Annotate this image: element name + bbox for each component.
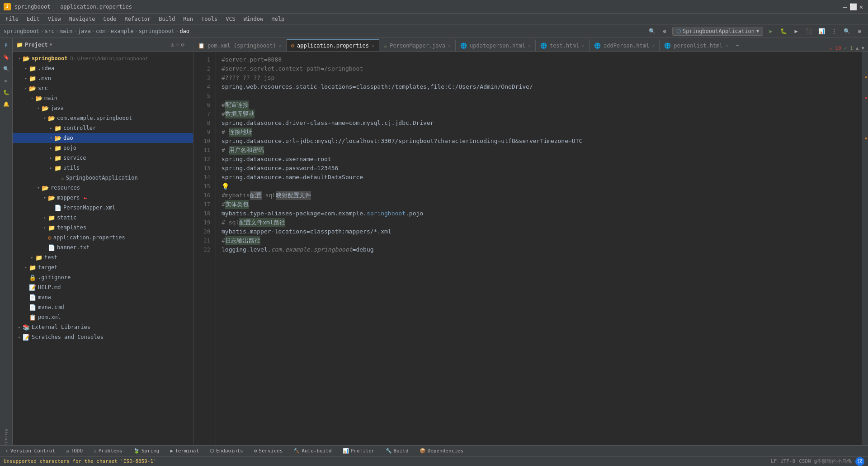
breadcrumb-com[interactable]: com: [96, 28, 106, 34]
services-tab[interactable]: ⚙ Services: [252, 447, 285, 455]
menu-edit[interactable]: Edit: [23, 15, 43, 23]
breadcrumb-src[interactable]: src: [45, 28, 55, 34]
notifications-icon[interactable]: 🔔: [1, 99, 12, 109]
tree-item-service[interactable]: ▸ 📁 service: [13, 153, 193, 163]
menu-code[interactable]: Code: [100, 15, 120, 23]
breadcrumb-java[interactable]: java: [78, 28, 91, 34]
endpoints-tab[interactable]: ⬡ Endpoints: [208, 447, 245, 455]
run-icon[interactable]: ▶: [1, 75, 12, 86]
tree-item-mvnw[interactable]: ▸ 📄 mvnw: [13, 292, 193, 302]
tab-addperson-close[interactable]: ✕: [652, 43, 655, 48]
profile-button[interactable]: 📊: [816, 26, 826, 36]
tab-appprops[interactable]: ⚙ application.properties ✕: [287, 39, 379, 51]
problems-tab[interactable]: ⚠ Problems: [92, 447, 124, 455]
avatar[interactable]: 汉: [855, 457, 864, 466]
breadcrumb-main[interactable]: main: [60, 28, 73, 34]
tree-item-personmapper[interactable]: ▸ 📄 PersonMapper.xml: [13, 203, 193, 213]
tree-item-banner[interactable]: ▸ 📄 banner.txt: [13, 243, 193, 252]
settings-gear[interactable]: ⚙: [854, 26, 864, 36]
structure-icon[interactable]: Structure: [1, 434, 12, 445]
tab-test-close[interactable]: ✕: [582, 43, 585, 48]
project-icon[interactable]: P: [1, 40, 12, 51]
scroll-up-icon[interactable]: ▲: [856, 45, 859, 51]
status-encoding[interactable]: UTF-8: [780, 458, 795, 464]
run-button[interactable]: ▶: [766, 26, 776, 36]
bookmarks-icon[interactable]: 🔖: [1, 52, 12, 62]
search-button[interactable]: 🔍: [842, 26, 852, 36]
tree-item-controller[interactable]: ▸ 📁 controller: [13, 123, 193, 133]
auto-build-tab[interactable]: 🔨 Auto-build: [292, 447, 333, 455]
tree-item-target[interactable]: ▸ 📁 target: [13, 262, 193, 272]
terminal-tab[interactable]: ▶ Terminal: [168, 447, 201, 455]
more-run-actions[interactable]: ⋮: [829, 26, 839, 36]
panel-locate-icon[interactable]: ◎: [171, 42, 174, 48]
tree-item-utils[interactable]: ▸ 📁 utils: [13, 163, 193, 173]
stop-button[interactable]: ⬛: [804, 26, 814, 36]
tree-item-pojo[interactable]: ▸ 📁 pojo: [13, 143, 193, 153]
debug-side-icon[interactable]: 🐛: [1, 87, 12, 98]
tree-item-external-libraries[interactable]: ▸ 📚 External Libraries: [13, 322, 193, 332]
menu-window[interactable]: Window: [240, 15, 267, 23]
tree-item-mvnwcmd[interactable]: ▸ 📄 mvnw.cmd: [13, 302, 193, 312]
profiler-tab[interactable]: 📊 Profiler: [341, 447, 377, 455]
build-tab[interactable]: 🔧 Build: [384, 447, 410, 455]
breadcrumb-dao[interactable]: dao: [179, 28, 189, 34]
panel-settings-icon[interactable]: ⚙: [181, 42, 184, 48]
menu-vcs[interactable]: VCS: [222, 15, 239, 23]
tabs-overflow-button[interactable]: ⋯: [733, 39, 742, 51]
dependencies-tab[interactable]: 📦 Dependencies: [418, 447, 465, 455]
menu-help[interactable]: Help: [268, 15, 288, 23]
menu-refactor[interactable]: Refactor: [121, 15, 154, 23]
tab-addperson[interactable]: 🌐 addPerson.html ✕: [590, 39, 660, 51]
tab-personlist-close[interactable]: ✕: [726, 43, 728, 48]
tab-personmapper-close[interactable]: ✕: [448, 43, 451, 48]
tree-item-static[interactable]: ▸ 📁 static: [13, 213, 193, 223]
breadcrumb-example[interactable]: example: [111, 28, 134, 34]
tab-personmapper[interactable]: ☕ PersonMapper.java ✕: [379, 39, 456, 51]
close-button[interactable]: ✕: [858, 4, 864, 10]
bulb-icon[interactable]: 💡: [222, 182, 229, 191]
panel-minimize-icon[interactable]: —: [186, 42, 189, 48]
tab-pom[interactable]: 📋 pom.xml (springbooot) ✕: [193, 39, 287, 51]
run-with-coverage[interactable]: ▶: [791, 26, 801, 36]
tree-item-scratches[interactable]: ▸ 📝 Scratches and Consoles: [13, 332, 193, 342]
tree-item-help[interactable]: ▸ 📝 HELP.md: [13, 282, 193, 292]
todo-tab[interactable]: ☑ TODO: [64, 447, 85, 455]
tab-test[interactable]: 🌐 test.html ✕: [536, 39, 590, 51]
menu-navigate[interactable]: Navigate: [66, 15, 99, 23]
tree-item-springbooot[interactable]: ▾ 📂 springbooot D:\Users\Admin\springboo…: [13, 53, 193, 63]
debug-button[interactable]: 🐛: [778, 26, 788, 36]
run-config-dropdown[interactable]: ▼: [756, 29, 759, 33]
tree-item-pom[interactable]: ▸ 📋 pom.xml: [13, 312, 193, 322]
menu-tools[interactable]: Tools: [198, 15, 221, 23]
maximize-button[interactable]: ⬜: [850, 4, 856, 10]
tree-item-appprops[interactable]: ▸ ⚙ application.properties: [13, 233, 193, 243]
tree-item-mvn[interactable]: ▸ 📁 .mvn: [13, 73, 193, 83]
tab-personlist[interactable]: 🌐 personlist.html ✕: [660, 39, 733, 51]
tab-updateperson-close[interactable]: ✕: [528, 43, 531, 48]
run-configuration[interactable]: ⬡ SpringboootApplication ▼: [672, 27, 763, 36]
code-editor[interactable]: #server.port=8088 #server.servlet.contex…: [216, 52, 862, 445]
menu-file[interactable]: File: [2, 15, 22, 23]
tree-item-idea[interactable]: ▸ 📁 .idea: [13, 63, 193, 73]
status-lf[interactable]: LF: [771, 458, 777, 464]
tab-pom-close[interactable]: ✕: [279, 43, 282, 48]
settings-button[interactable]: ⚙: [660, 26, 670, 36]
tab-updateperson[interactable]: 🌐 updateperson.html ✕: [456, 39, 536, 51]
tree-item-mappers[interactable]: ▾ 📂 mappers ←: [13, 193, 193, 203]
tab-appprops-close[interactable]: ✕: [372, 43, 374, 48]
spring-tab[interactable]: 🍃 Spring: [132, 447, 161, 455]
minimize-button[interactable]: —: [842, 4, 848, 10]
tree-item-main[interactable]: ▾ 📂 main: [13, 93, 193, 103]
tree-item-resources[interactable]: ▾ 📂 resources: [13, 183, 193, 193]
breadcrumb-springbooot2[interactable]: springbooot: [139, 28, 175, 34]
tree-item-gitignore[interactable]: ▸ 🔒 .gitignore: [13, 272, 193, 282]
tree-item-templates[interactable]: ▸ 📁 templates: [13, 223, 193, 233]
tree-item-test[interactable]: ▸ 📁 test: [13, 252, 193, 262]
scroll-down-icon[interactable]: ▼: [861, 45, 864, 51]
tree-item-springboootapp[interactable]: ▸ ☕ SpringboootApplication: [13, 173, 193, 183]
tree-item-com[interactable]: ▾ 📂 com.example.springbooot: [13, 113, 193, 123]
version-control-tab[interactable]: ⬆ Version Control: [4, 447, 57, 455]
tree-item-src[interactable]: ▾ 📂 src: [13, 83, 193, 93]
menu-run[interactable]: Run: [179, 15, 197, 23]
